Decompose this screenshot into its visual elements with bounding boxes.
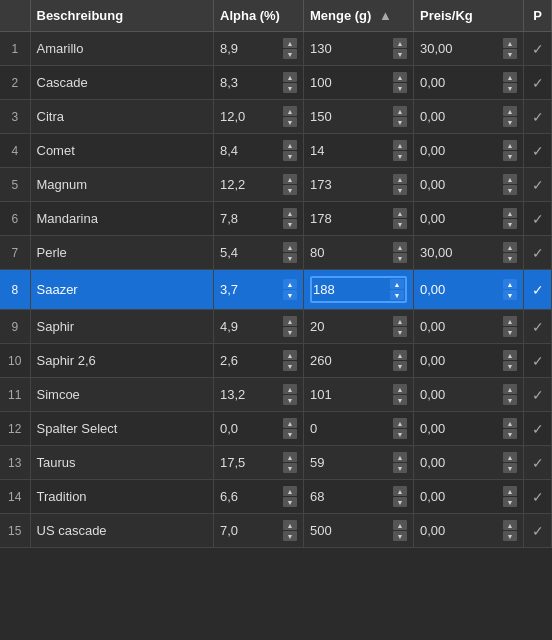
alpha-down[interactable]: ▼: [283, 463, 297, 473]
hop-alpha[interactable]: 0,0▲▼: [214, 412, 304, 446]
alpha-down[interactable]: ▼: [283, 395, 297, 405]
hop-check[interactable]: ✓: [524, 100, 552, 134]
col-header-menge[interactable]: Menge (g) ▲: [304, 0, 414, 32]
alpha-down[interactable]: ▼: [283, 253, 297, 263]
hop-check[interactable]: ✓: [524, 480, 552, 514]
menge-up[interactable]: ▲: [390, 279, 404, 289]
alpha-spinner[interactable]: ▲▼: [283, 279, 297, 300]
preis-up[interactable]: ▲: [503, 418, 517, 428]
table-row[interactable]: 3Citra12,0▲▼150▲▼0,00▲▼✓: [0, 100, 552, 134]
alpha-spinner[interactable]: ▲▼: [283, 140, 297, 161]
menge-up[interactable]: ▲: [393, 384, 407, 394]
hop-check[interactable]: ✓: [524, 134, 552, 168]
alpha-up[interactable]: ▲: [283, 418, 297, 428]
menge-spinner[interactable]: ▲▼: [393, 242, 407, 263]
preis-spinner[interactable]: ▲▼: [503, 140, 517, 161]
hop-name[interactable]: Mandarina: [30, 202, 214, 236]
preis-spinner[interactable]: ▲▼: [503, 350, 517, 371]
alpha-down[interactable]: ▼: [283, 497, 297, 507]
alpha-down[interactable]: ▼: [283, 117, 297, 127]
preis-up[interactable]: ▲: [503, 350, 517, 360]
preis-spinner[interactable]: ▲▼: [503, 242, 517, 263]
hop-alpha[interactable]: 17,5▲▼: [214, 446, 304, 480]
preis-up[interactable]: ▲: [503, 279, 517, 289]
table-row[interactable]: 9Saphir4,9▲▼20▲▼0,00▲▼✓: [0, 310, 552, 344]
menge-down[interactable]: ▼: [393, 253, 407, 263]
menge-spinner[interactable]: ▲▼: [393, 174, 407, 195]
hop-name[interactable]: US cascade: [30, 514, 214, 548]
hop-name[interactable]: Comet: [30, 134, 214, 168]
hop-check[interactable]: ✓: [524, 168, 552, 202]
alpha-down[interactable]: ▼: [283, 185, 297, 195]
col-header-alpha[interactable]: Alpha (%): [214, 0, 304, 32]
hop-alpha[interactable]: 2,6▲▼: [214, 344, 304, 378]
hop-menge[interactable]: 20▲▼: [304, 310, 414, 344]
menge-up[interactable]: ▲: [393, 520, 407, 530]
hop-preis[interactable]: 0,00▲▼: [414, 378, 524, 412]
preis-down[interactable]: ▼: [503, 429, 517, 439]
hop-preis[interactable]: 0,00▲▼: [414, 134, 524, 168]
alpha-up[interactable]: ▲: [283, 38, 297, 48]
menge-up[interactable]: ▲: [393, 486, 407, 496]
hop-name[interactable]: Amarillo: [30, 32, 214, 66]
hop-alpha[interactable]: 12,0▲▼: [214, 100, 304, 134]
hop-preis[interactable]: 0,00▲▼: [414, 310, 524, 344]
table-row[interactable]: 14Tradition6,6▲▼68▲▼0,00▲▼✓: [0, 480, 552, 514]
alpha-down[interactable]: ▼: [283, 49, 297, 59]
menge-down[interactable]: ▼: [393, 327, 407, 337]
hop-check[interactable]: ✓: [524, 514, 552, 548]
alpha-spinner[interactable]: ▲▼: [283, 106, 297, 127]
preis-spinner[interactable]: ▲▼: [503, 316, 517, 337]
alpha-spinner[interactable]: ▲▼: [283, 174, 297, 195]
hop-name[interactable]: Citra: [30, 100, 214, 134]
alpha-spinner[interactable]: ▲▼: [283, 486, 297, 507]
menge-down[interactable]: ▼: [393, 531, 407, 541]
menge-up[interactable]: ▲: [393, 350, 407, 360]
preis-down[interactable]: ▼: [503, 117, 517, 127]
table-row[interactable]: 13Taurus17,5▲▼59▲▼0,00▲▼✓: [0, 446, 552, 480]
alpha-up[interactable]: ▲: [283, 384, 297, 394]
menge-down[interactable]: ▼: [393, 117, 407, 127]
preis-down[interactable]: ▼: [503, 290, 517, 300]
hop-check[interactable]: ✓: [524, 344, 552, 378]
alpha-down[interactable]: ▼: [283, 429, 297, 439]
hop-check[interactable]: ✓: [524, 66, 552, 100]
alpha-spinner[interactable]: ▲▼: [283, 520, 297, 541]
menge-spinner[interactable]: ▲▼: [393, 418, 407, 439]
alpha-up[interactable]: ▲: [283, 486, 297, 496]
hop-menge[interactable]: 100▲▼: [304, 66, 414, 100]
menge-down[interactable]: ▼: [393, 49, 407, 59]
preis-spinner[interactable]: ▲▼: [503, 279, 517, 300]
alpha-up[interactable]: ▲: [283, 350, 297, 360]
hop-alpha[interactable]: 12,2▲▼: [214, 168, 304, 202]
hop-menge[interactable]: 150▲▼: [304, 100, 414, 134]
menge-down[interactable]: ▼: [393, 83, 407, 93]
hop-check[interactable]: ✓: [524, 446, 552, 480]
preis-up[interactable]: ▲: [503, 140, 517, 150]
table-row[interactable]: 5Magnum12,2▲▼173▲▼0,00▲▼✓: [0, 168, 552, 202]
menge-down[interactable]: ▼: [393, 497, 407, 507]
preis-up[interactable]: ▲: [503, 38, 517, 48]
hop-menge[interactable]: 130▲▼: [304, 32, 414, 66]
col-header-preis[interactable]: Preis/Kg: [414, 0, 524, 32]
hop-preis[interactable]: 0,00▲▼: [414, 100, 524, 134]
table-row[interactable]: 15US cascade7,0▲▼500▲▼0,00▲▼✓: [0, 514, 552, 548]
hop-menge[interactable]: 173▲▼: [304, 168, 414, 202]
alpha-spinner[interactable]: ▲▼: [283, 208, 297, 229]
hop-preis[interactable]: 30,00▲▼: [414, 32, 524, 66]
hop-alpha[interactable]: 8,4▲▼: [214, 134, 304, 168]
hop-name[interactable]: Simcoe: [30, 378, 214, 412]
hop-menge[interactable]: 14▲▼: [304, 134, 414, 168]
preis-down[interactable]: ▼: [503, 361, 517, 371]
hop-preis[interactable]: 0,00▲▼: [414, 168, 524, 202]
menge-up[interactable]: ▲: [393, 316, 407, 326]
hop-check[interactable]: ✓: [524, 32, 552, 66]
preis-up[interactable]: ▲: [503, 242, 517, 252]
hop-name[interactable]: Taurus: [30, 446, 214, 480]
preis-spinner[interactable]: ▲▼: [503, 520, 517, 541]
alpha-up[interactable]: ▲: [283, 174, 297, 184]
table-row[interactable]: 6Mandarina7,8▲▼178▲▼0,00▲▼✓: [0, 202, 552, 236]
alpha-up[interactable]: ▲: [283, 452, 297, 462]
hop-name[interactable]: Tradition: [30, 480, 214, 514]
menge-spinner[interactable]: ▲▼: [393, 384, 407, 405]
